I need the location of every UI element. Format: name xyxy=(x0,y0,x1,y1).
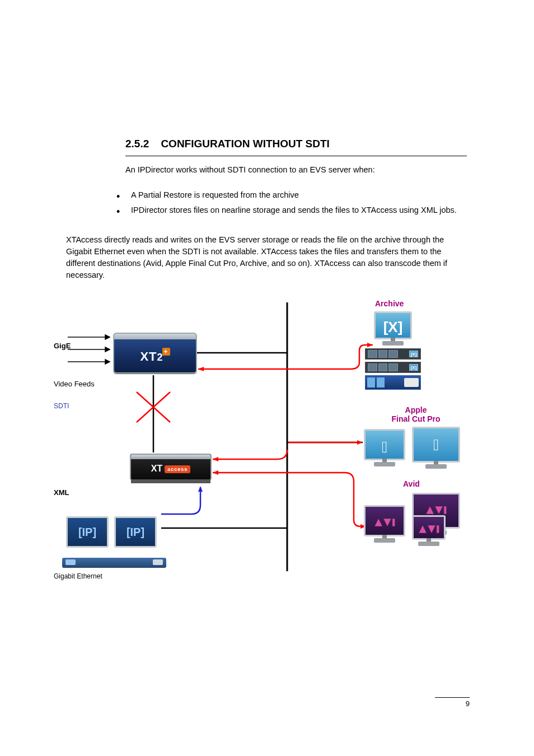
svg-marker-27 xyxy=(419,525,427,533)
svg-marker-9 xyxy=(367,343,373,347)
svg-marker-22 xyxy=(383,519,391,526)
xtaccess-sub: access xyxy=(165,465,190,473)
avid-logo-icon xyxy=(414,524,444,537)
xt2-text: XT xyxy=(140,349,157,363)
label-sdti: SDTI xyxy=(54,402,69,410)
ipdirector-screen: [IP] xyxy=(66,516,109,548)
apple-line2: Final Cut Pro xyxy=(380,414,452,423)
section-heading: 2.5.2 CONFIGURATION WITHOUT SDTI xyxy=(125,138,467,150)
svg-marker-28 xyxy=(428,525,435,533)
list-item-text: IPDirector stores files on nearline stor… xyxy=(131,206,457,214)
svg-marker-15 xyxy=(357,440,363,445)
body-paragraph: XTAccess directly reads and writes on th… xyxy=(66,234,467,281)
svg-marker-16 xyxy=(213,457,218,461)
section-title: CONFIGURATION WITHOUT SDTI xyxy=(161,138,330,150)
archive-rack-unit: [X] xyxy=(365,362,421,373)
apple-logo-icon:  xyxy=(366,438,404,456)
xtaccess-text: XT xyxy=(151,464,162,473)
section-header: 2.5.2 CONFIGURATION WITHOUT SDTI An IPDi… xyxy=(125,138,467,176)
list-item-text: A Partial Restore is requested from the … xyxy=(131,190,299,199)
node-xt2-server: XT2+ xyxy=(113,333,197,374)
svg-rect-26 xyxy=(444,506,446,514)
list-item: A Partial Restore is requested from the … xyxy=(111,189,467,201)
archive-monitor: [X] xyxy=(374,311,412,339)
avid-monitor xyxy=(364,505,405,536)
label-avid: Avid xyxy=(403,479,420,488)
avid-logo-icon xyxy=(366,517,404,530)
svg-marker-8 xyxy=(198,367,204,371)
archive-x-icon: [X] xyxy=(376,319,410,336)
intro-paragraph: An IPDirector works without SDTI connect… xyxy=(125,164,467,176)
svg-marker-24 xyxy=(427,506,434,514)
ip-label: [IP] xyxy=(78,526,96,539)
label-apple-fcp: Apple Final Cut Pro xyxy=(380,405,452,423)
label-video-feeds: Video Feeds xyxy=(54,380,95,388)
label-gige: GigE xyxy=(54,342,71,350)
apple-monitor:  xyxy=(412,427,460,463)
svg-marker-6 xyxy=(105,360,110,364)
apple-line1: Apple xyxy=(380,405,452,414)
label-xml: XML xyxy=(54,488,69,497)
section-number: 2.5.2 xyxy=(125,138,149,150)
label-archive: Archive xyxy=(375,299,404,308)
svg-rect-23 xyxy=(392,519,395,526)
network-diagram: Video Feeds GigE SDTI XML Gigabit Ethern… xyxy=(54,297,468,582)
ip-label: [IP] xyxy=(127,526,144,539)
archive-storage-unit xyxy=(365,375,421,390)
svg-marker-2 xyxy=(105,335,110,339)
list-item: IPDirector stores files on nearline stor… xyxy=(111,204,467,216)
node-ipdirector: [IP] [IP] xyxy=(65,516,166,567)
bullet-list: A Partial Restore is requested from the … xyxy=(111,189,467,220)
label-gigabit-ethernet: Gigabit Ethernet xyxy=(54,572,102,580)
svg-marker-25 xyxy=(435,506,442,514)
svg-marker-21 xyxy=(375,519,382,526)
svg-marker-17 xyxy=(213,470,218,475)
archive-rack-unit: [X] xyxy=(365,348,421,360)
ipdirector-base xyxy=(62,558,166,568)
svg-marker-19 xyxy=(198,486,203,492)
node-xtaccess: XTaccess xyxy=(130,454,212,480)
ipdirector-screen: [IP] xyxy=(114,516,157,548)
avid-monitor xyxy=(412,515,446,540)
page-number: 9 xyxy=(435,697,470,708)
svg-marker-4 xyxy=(105,347,110,352)
apple-monitor:  xyxy=(364,429,405,460)
apple-logo-icon:  xyxy=(414,436,458,454)
divider xyxy=(125,156,467,156)
svg-rect-29 xyxy=(437,525,439,533)
